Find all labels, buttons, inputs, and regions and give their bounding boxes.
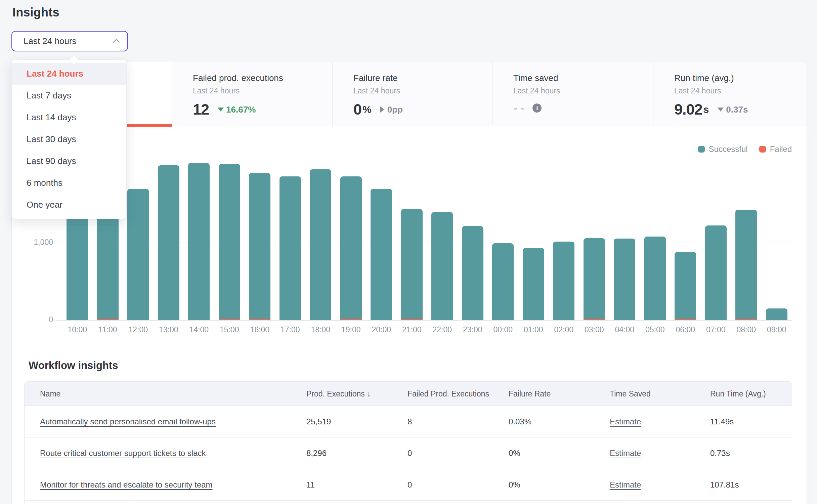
bar-02-00[interactable] xyxy=(553,242,574,320)
x-tick-11-00: 11:00 xyxy=(93,325,123,334)
metric-card-title: Failure rate xyxy=(353,73,492,83)
bar-17-00[interactable] xyxy=(280,176,301,320)
insights-page: Insights Last 24 hours Failed prod. exec… xyxy=(0,0,817,504)
triangle-down-icon xyxy=(218,108,224,112)
x-tick-10-00: 10:00 xyxy=(62,325,93,334)
bar-07-00[interactable] xyxy=(705,225,727,320)
bar-failed-segment xyxy=(735,319,757,320)
bar-failed-segment xyxy=(249,319,270,320)
bar-14-00[interactable] xyxy=(188,163,210,320)
column-header-run-time-avg[interactable]: Run Time (Avg.) xyxy=(710,382,766,406)
column-header-name[interactable]: Name xyxy=(40,382,60,406)
metric-card-subtitle: Last 24 hours xyxy=(193,86,332,95)
bar-03-00[interactable] xyxy=(584,238,605,320)
chevron-up-icon xyxy=(113,39,120,46)
bar-19-00[interactable] xyxy=(340,176,362,320)
estimate-link[interactable]: Estimate xyxy=(610,417,641,426)
bar-21-00[interactable] xyxy=(401,209,423,320)
metric-card-subtitle: Last 24 hours xyxy=(353,86,492,95)
metric-card-delta-text: 16.67% xyxy=(226,104,256,115)
column-header-prod-executions[interactable]: Prod. Executions ↓ xyxy=(306,382,371,406)
x-tick-01-00: 01:00 xyxy=(518,325,549,334)
x-tick-04-00: 04:00 xyxy=(609,325,640,334)
cell-run-time-avg: 11.49s xyxy=(710,406,734,437)
legend-item-successful[interactable]: Successful xyxy=(698,144,748,154)
x-tick-23-00: 23:00 xyxy=(458,325,488,334)
bar-08-00[interactable] xyxy=(735,210,757,320)
menu-item-6-months[interactable]: 6 months xyxy=(12,172,126,194)
cell-time-saved: Estimate xyxy=(610,437,641,469)
y-axis-tick-1000: 1,000 xyxy=(13,238,53,247)
cell-prod-executions: 25,519 xyxy=(306,406,331,437)
bar-00-00[interactable] xyxy=(492,243,514,320)
workflow-link[interactable]: Automatically send personalised email fo… xyxy=(40,417,216,426)
bar-15-00[interactable] xyxy=(219,164,240,320)
chart-legend: Successful Failed xyxy=(698,144,792,154)
scrollbar-track[interactable] xyxy=(810,139,810,504)
bar-failed-segment xyxy=(401,319,423,320)
metric-card-run-time-avg[interactable]: Run time (avg.)Last 24 hours9.02s0.37s xyxy=(653,62,807,126)
column-header-failure-rate[interactable]: Failure Rate xyxy=(509,382,551,406)
cell-failed-prod-executions: 8 xyxy=(407,406,412,437)
cell-failure-rate: 0.03% xyxy=(509,406,531,437)
workflow-link[interactable]: Route critical customer support tickets … xyxy=(40,449,206,458)
bar-22-00[interactable] xyxy=(431,212,453,320)
cell-failed-prod-executions: 0 xyxy=(407,469,412,501)
workflow-insights-heading: Workflow insights xyxy=(29,360,118,372)
menu-item-last-7-days[interactable]: Last 7 days xyxy=(12,85,126,107)
x-tick-15-00: 15:00 xyxy=(214,325,245,334)
cell-run-time-avg: 0.73s xyxy=(710,437,730,469)
menu-item-one-year[interactable]: One year xyxy=(12,194,126,216)
metric-card-title: Run time (avg.) xyxy=(674,73,807,83)
menu-item-last-30-days[interactable]: Last 30 days xyxy=(12,128,126,150)
info-icon[interactable]: i xyxy=(532,103,542,113)
legend-item-failed[interactable]: Failed xyxy=(759,144,792,154)
metric-card-time-saved[interactable]: Time savedLast 24 hours--i xyxy=(492,62,653,126)
x-tick-00-00: 00:00 xyxy=(488,325,518,334)
time-range-select[interactable]: Last 24 hours xyxy=(11,31,128,51)
metric-card-failure-rate[interactable]: Failure rateLast 24 hours0%0pp xyxy=(332,62,492,126)
bar-05-00[interactable] xyxy=(644,237,666,320)
metric-card-value-row: 0%0pp xyxy=(353,101,492,118)
metric-card-unit: s xyxy=(703,104,709,115)
metric-card-value: -- xyxy=(513,101,527,115)
table-header-row: NameProd. Executions ↓Failed Prod. Execu… xyxy=(25,382,792,406)
menu-item-last-90-days[interactable]: Last 90 days xyxy=(12,150,126,172)
x-tick-12-00: 12:00 xyxy=(123,325,154,334)
cell-prod-executions: 11 xyxy=(306,469,315,501)
metric-card-value: 9.02 xyxy=(674,101,702,118)
metric-card-delta: 0pp xyxy=(380,104,403,115)
bar-09-00[interactable] xyxy=(766,308,787,320)
table-row-monitor-for-threats-and-escalate-to-secu: Monitor for threats and escalate to secu… xyxy=(25,469,792,501)
x-tick-22-00: 22:00 xyxy=(427,325,458,334)
page-title: Insights xyxy=(12,5,59,19)
bar-04-00[interactable] xyxy=(614,239,635,320)
metric-card-failed-prod-executions[interactable]: Failed prod. executionsLast 24 hours1216… xyxy=(172,62,332,126)
metric-card-unit: % xyxy=(362,104,372,115)
workflow-insights-table: NameProd. Executions ↓Failed Prod. Execu… xyxy=(24,381,792,504)
bar-16-00[interactable] xyxy=(249,173,270,320)
menu-item-last-14-days[interactable]: Last 14 days xyxy=(12,107,126,128)
metric-card-delta: 16.67% xyxy=(218,104,256,115)
x-tick-19-00: 19:00 xyxy=(336,325,367,334)
estimate-link[interactable]: Estimate xyxy=(610,480,641,489)
column-header-time-saved[interactable]: Time Saved xyxy=(610,382,651,406)
menu-item-last-24-hours[interactable]: Last 24 hours xyxy=(12,63,126,85)
bar-06-00[interactable] xyxy=(675,252,696,320)
bar-18-00[interactable] xyxy=(310,169,331,320)
table-row-route-critical-customer-support-tickets-: Route critical customer support tickets … xyxy=(25,437,792,469)
cell-name: Route critical customer support tickets … xyxy=(40,437,206,469)
bar-12-00[interactable] xyxy=(127,189,149,320)
bar-13-00[interactable] xyxy=(158,165,179,320)
column-header-failed-prod-executions[interactable]: Failed Prod. Executions xyxy=(407,382,489,406)
successful-legend-swatch xyxy=(698,146,705,153)
bar-01-00[interactable] xyxy=(523,248,544,320)
x-tick-14-00: 14:00 xyxy=(184,325,214,334)
table-body: Automatically send personalised email fo… xyxy=(25,406,792,501)
estimate-link[interactable]: Estimate xyxy=(610,449,641,458)
metric-card-title: Time saved xyxy=(513,73,653,83)
workflow-link[interactable]: Monitor for threats and escalate to secu… xyxy=(40,480,213,489)
bar-failed-segment xyxy=(219,319,240,320)
bar-23-00[interactable] xyxy=(462,226,483,320)
bar-20-00[interactable] xyxy=(371,189,392,320)
